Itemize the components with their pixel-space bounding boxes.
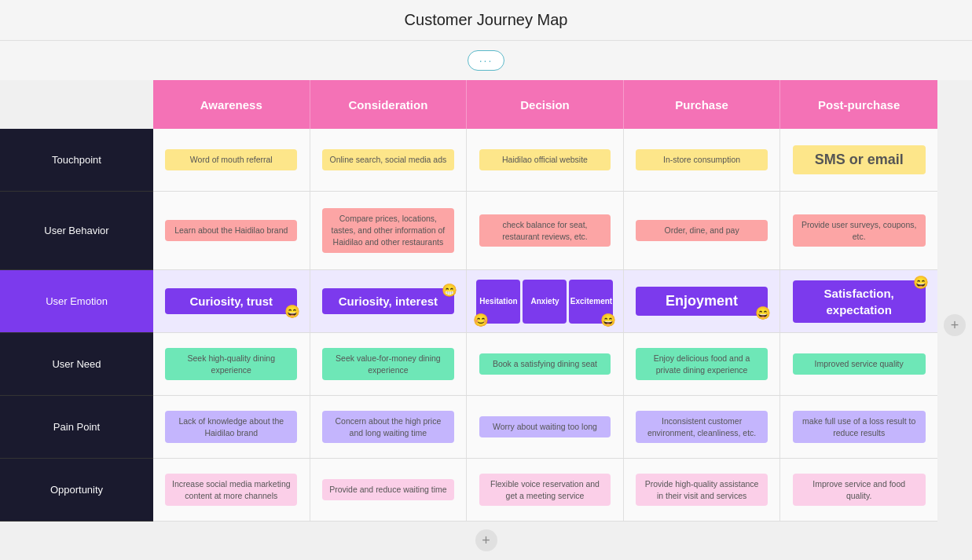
cell-pain-3[interactable]: Inconsistent customer environment, clean…: [624, 396, 781, 458]
add-row-button[interactable]: +: [475, 529, 497, 551]
row-labels: TouchpointUser BehaviorUser EmotionUser …: [0, 80, 153, 522]
cell-emotion-4[interactable]: Satisfaction, expectation😄: [780, 270, 937, 332]
cell-touchpoint-4[interactable]: SMS or email: [780, 129, 937, 191]
cell-opportunity-4[interactable]: Improve service and food quality.: [780, 459, 937, 521]
bottom-bar: +: [0, 522, 972, 559]
cell-opportunity-1[interactable]: Provide and reduce waiting time: [310, 459, 468, 521]
cell-behavior-3[interactable]: Order, dine, and pay: [624, 192, 781, 269]
row-label-emotion: User Emotion: [0, 270, 153, 333]
cell-touchpoint-2[interactable]: Haidilao official website: [467, 129, 624, 191]
map-outer-wrap: TouchpointUser BehaviorUser EmotionUser …: [0, 80, 972, 522]
cell-emotion-0[interactable]: Curiosity, trust😄: [153, 270, 310, 332]
options-button[interactable]: ···: [468, 50, 505, 71]
page-title: Customer Journey Map: [405, 11, 568, 28]
cell-emotion-1[interactable]: Curiosity, interest😁: [310, 270, 468, 332]
right-bar: +: [937, 80, 972, 522]
cell-behavior-0[interactable]: Learn about the Haidilao brand: [153, 192, 310, 269]
cell-pain-0[interactable]: Lack of knowledge about the Haidilao bra…: [153, 396, 310, 458]
header-post-purchase: Post-purchase: [780, 80, 937, 129]
cell-behavior-4[interactable]: Provide user surveys, coupons, etc.: [780, 192, 937, 269]
header-row: AwarenessConsiderationDecisionPurchasePo…: [153, 80, 937, 129]
grid-area: AwarenessConsiderationDecisionPurchasePo…: [153, 80, 937, 522]
row-label-pain: Pain Point: [0, 396, 153, 459]
cell-need-3[interactable]: Enjoy delicious food and a private dinin…: [624, 333, 781, 395]
header-consideration: Consideration: [310, 80, 468, 129]
row-opportunity: Increase social media marketing content …: [153, 459, 937, 522]
cell-pain-2[interactable]: Worry about waiting too long: [467, 396, 624, 458]
row-need: Seek high-quality dining experienceSeek …: [153, 333, 937, 396]
cell-pain-1[interactable]: Concern about the high price and long wa…: [310, 396, 468, 458]
header-awareness: Awareness: [153, 80, 310, 129]
cell-emotion-3[interactable]: Enjoyment😄: [624, 270, 781, 332]
row-label-touchpoint: Touchpoint: [0, 129, 153, 192]
cell-opportunity-0[interactable]: Increase social media marketing content …: [153, 459, 310, 521]
cell-need-0[interactable]: Seek high-quality dining experience: [153, 333, 310, 395]
title-bar: Customer Journey Map: [0, 0, 972, 41]
row-behavior: Learn about the Haidilao brandCompare pr…: [153, 192, 937, 270]
row-pain: Lack of knowledge about the Haidilao bra…: [153, 396, 937, 459]
row-label-opportunity: Opportunity: [0, 459, 153, 522]
cell-touchpoint-1[interactable]: Online search, social media ads: [310, 129, 468, 191]
row-label-behavior: User Behavior: [0, 192, 153, 270]
cell-touchpoint-0[interactable]: Word of mouth referral: [153, 129, 310, 191]
cell-behavior-2[interactable]: check balance for seat, restaurant revie…: [467, 192, 624, 269]
cell-emotion-2[interactable]: Hesitation😊AnxietyExcitement😄: [467, 270, 624, 332]
header-decision: Decision: [467, 80, 624, 129]
cell-opportunity-2[interactable]: Flexible voice reservation and get a mee…: [467, 459, 624, 521]
cell-need-1[interactable]: Seek value-for-money dining experience: [310, 333, 468, 395]
cell-pain-4[interactable]: make full use of a loss result to reduce…: [780, 396, 937, 458]
toolbar: ···: [0, 41, 972, 80]
cell-need-4[interactable]: Improved service quality: [780, 333, 937, 395]
row-touchpoint: Word of mouth referralOnline search, soc…: [153, 129, 937, 192]
row-label-need: User Need: [0, 333, 153, 396]
cell-opportunity-3[interactable]: Provide high-quality assistance in their…: [624, 459, 781, 521]
cell-behavior-1[interactable]: Compare prices, locations, tastes, and o…: [310, 192, 468, 269]
cell-need-2[interactable]: Book a satisfying dining seat: [467, 333, 624, 395]
add-column-button[interactable]: +: [944, 314, 966, 336]
header-purchase: Purchase: [624, 80, 781, 129]
cell-touchpoint-3[interactable]: In-store consumption: [624, 129, 781, 191]
row-emotion: Curiosity, trust😄Curiosity, interest😁Hes…: [153, 270, 937, 333]
